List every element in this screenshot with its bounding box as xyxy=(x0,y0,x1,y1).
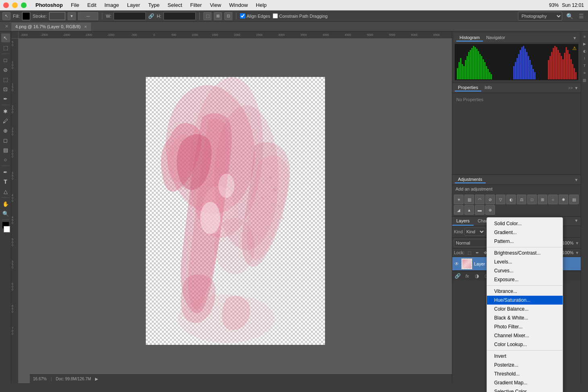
menu-help[interactable]: Help xyxy=(252,1,271,9)
object-select-tool[interactable]: ⬚ xyxy=(1,75,10,84)
menu-image[interactable]: Image xyxy=(100,1,123,9)
layers-tab[interactable]: Layers xyxy=(452,217,474,226)
stroke-width[interactable]: — xyxy=(78,12,98,20)
ctx-photo-filter[interactable]: Photo Filter... xyxy=(487,322,563,331)
histogram-collapse[interactable]: ▼ xyxy=(573,36,577,40)
adj-threshold[interactable]: ▲ xyxy=(464,205,474,215)
panel-icon-7[interactable]: ▥ xyxy=(582,77,588,83)
ctx-threshold[interactable]: Threshold... xyxy=(487,369,563,378)
shape-tool[interactable]: △ xyxy=(1,187,10,196)
info-tab[interactable]: Info xyxy=(481,84,495,91)
ctx-gradient[interactable]: Gradient... xyxy=(487,228,563,237)
adj-curves[interactable]: ◠ xyxy=(475,195,484,204)
move-tool-btn[interactable]: ↖ xyxy=(2,12,10,20)
crop-tool[interactable]: ⊡ xyxy=(1,85,10,93)
histogram-tab[interactable]: Histogram xyxy=(456,34,483,41)
adj-exposure[interactable]: ⊘ xyxy=(485,195,495,204)
ctx-selective-color[interactable]: Selective Color... xyxy=(487,387,563,392)
ctx-channel-mixer[interactable]: Channel Mixer... xyxy=(487,331,563,340)
panel-icon-3[interactable]: ◐ xyxy=(582,48,588,54)
mac-min-btn[interactable] xyxy=(12,2,18,8)
menu-filter[interactable]: Filter xyxy=(186,1,206,9)
ctx-color-balance[interactable]: Color Balance... xyxy=(487,305,563,313)
workspace-select[interactable]: Photography Essentials 3D xyxy=(518,12,562,21)
adjustments-collapse[interactable]: ▼ xyxy=(574,178,578,182)
adj-bw[interactable]: □ xyxy=(527,195,537,204)
adj-vibrance[interactable]: ▽ xyxy=(496,195,505,204)
brush-tool[interactable]: 🖊 xyxy=(1,116,10,125)
menu-file[interactable]: File xyxy=(67,1,83,9)
selection-tool[interactable]: ↖ xyxy=(1,33,10,42)
menu-view[interactable]: View xyxy=(206,1,225,9)
gradient-tool[interactable]: ▤ xyxy=(1,145,10,154)
dodge-tool[interactable]: ○ xyxy=(1,155,10,164)
lock-paint-icon[interactable]: ✒ xyxy=(474,249,480,256)
ctx-levels[interactable]: Levels... xyxy=(487,257,563,266)
menu-layer[interactable]: Layer xyxy=(123,1,144,9)
panel-icon-6[interactable]: ≡ xyxy=(582,70,588,76)
clone-tool[interactable]: ⊕ xyxy=(1,126,10,135)
marquee-tool[interactable]: □ xyxy=(1,56,10,64)
width-input[interactable] xyxy=(114,12,146,20)
background-color[interactable] xyxy=(4,226,10,232)
mac-max-btn[interactable] xyxy=(21,2,27,8)
ctx-gradient-map[interactable]: Gradient Map... xyxy=(487,378,563,387)
zoom-tool[interactable]: 🔍 xyxy=(1,209,10,218)
adj-gradient-map[interactable]: ▬ xyxy=(475,205,484,215)
panel-icon-2[interactable]: ▶ xyxy=(582,41,588,47)
panel-icon-5[interactable]: T xyxy=(582,63,588,68)
panel-icon-1[interactable]: ≡ xyxy=(582,34,588,39)
align-btn3[interactable]: ⊡ xyxy=(224,12,232,20)
stroke-color[interactable] xyxy=(49,12,65,20)
tab-close-btn[interactable]: × xyxy=(84,24,87,29)
eyedropper-tool[interactable]: ✒ xyxy=(1,94,10,103)
healing-tool[interactable]: ✱ xyxy=(1,107,10,116)
opacity-arrow[interactable]: ▼ xyxy=(575,241,579,245)
opacity-value[interactable]: 100% xyxy=(562,241,574,245)
canvas-container[interactable] xyxy=(19,39,452,383)
menu-select[interactable]: Select xyxy=(164,1,186,9)
ctx-brightness-contrast[interactable]: Brightness/Contrast... xyxy=(487,249,563,257)
lock-pixels-icon[interactable]: ⬚ xyxy=(466,249,472,256)
fill-arrow[interactable]: ▼ xyxy=(575,251,579,255)
hand-tool[interactable]: ✋ xyxy=(1,199,10,208)
adj-color-balance[interactable]: ⚖ xyxy=(517,195,526,204)
adj-color-lookup[interactable]: ✱ xyxy=(559,195,568,204)
ctx-pattern[interactable]: Pattern... xyxy=(487,237,563,246)
fill-value[interactable]: 100% xyxy=(562,250,574,255)
menu-edit[interactable]: Edit xyxy=(83,1,100,9)
search-icon[interactable]: 🔍 xyxy=(565,13,575,19)
menu-icon[interactable]: ☰ xyxy=(577,13,586,19)
height-input[interactable] xyxy=(164,12,196,20)
ctx-color-lookup[interactable]: Color Lookup... xyxy=(487,340,563,349)
mac-close-btn[interactable] xyxy=(3,2,9,8)
ctx-invert[interactable]: Invert xyxy=(487,352,563,361)
new-fill-btn[interactable]: ◑ xyxy=(473,272,480,280)
ctx-exposure[interactable]: Exposure... xyxy=(487,275,563,284)
tab-collapse-btn[interactable]: ✕ xyxy=(2,24,11,29)
align-btn2[interactable]: ⊞ xyxy=(214,12,222,20)
adj-selective-color[interactable]: ⊕ xyxy=(485,205,495,215)
kind-select[interactable]: Kind Name Effect Mode xyxy=(464,228,485,236)
layer-visibility-icon[interactable]: 👁 xyxy=(454,261,460,267)
adj-levels[interactable]: ▥ xyxy=(464,195,474,204)
adj-brightness[interactable]: ☀ xyxy=(454,195,464,204)
layers-collapse[interactable]: ▼ xyxy=(572,217,581,226)
eraser-tool[interactable]: ◻ xyxy=(1,136,10,145)
navigator-tab[interactable]: Navigator xyxy=(483,34,508,41)
align-btn1[interactable]: ⬚ xyxy=(203,12,211,20)
add-link-btn[interactable]: 🔗 xyxy=(454,272,461,280)
properties-tab[interactable]: Properties xyxy=(455,84,481,91)
stroke-type[interactable]: ▼ xyxy=(68,12,76,20)
adj-invert[interactable]: ▤ xyxy=(569,195,579,204)
ctx-vibrance[interactable]: Vibrance... xyxy=(487,287,563,296)
link-icon[interactable]: 🔗 xyxy=(148,13,154,19)
text-tool[interactable]: T xyxy=(1,177,10,186)
ctx-hue-saturation[interactable]: Hue/Saturation... xyxy=(487,296,563,305)
pen-tool[interactable]: ✒ xyxy=(1,168,10,176)
canvas-area[interactable]: -3000 -2500 -2000 -1500 -1000 -500 0 500… xyxy=(19,31,452,383)
adj-posterize[interactable]: ◢ xyxy=(454,205,464,215)
menu-type[interactable]: Type xyxy=(144,1,164,9)
panel-icon-4[interactable]: ! xyxy=(582,56,588,61)
fill-color[interactable] xyxy=(22,12,30,20)
